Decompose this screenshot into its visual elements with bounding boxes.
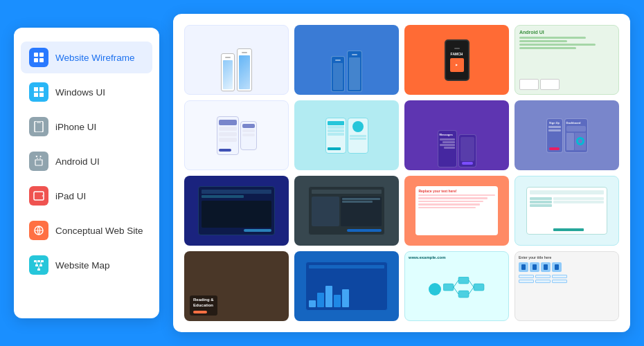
thumbnail-3[interactable]: FAMCH ▶ xyxy=(404,25,509,95)
thumbnail-1[interactable] xyxy=(184,25,289,95)
svg-line-30 xyxy=(469,280,474,287)
svg-rect-2 xyxy=(34,58,38,62)
main-content: FAMCH ▶ Android UI xyxy=(173,14,630,332)
thumbnail-4[interactable]: Android UI xyxy=(515,25,619,95)
svg-rect-16 xyxy=(37,260,40,262)
svg-rect-5 xyxy=(39,87,44,91)
svg-rect-17 xyxy=(41,260,44,262)
sidebar-item-website-map[interactable]: Website Map xyxy=(21,249,152,281)
svg-rect-19 xyxy=(39,264,42,266)
sidebar: Website Wireframe Windows UI iPhone UI A… xyxy=(14,28,159,318)
svg-line-28 xyxy=(454,280,458,287)
sidebar-item-label-website-map: Website Map xyxy=(55,260,110,271)
svg-point-10 xyxy=(37,158,38,159)
sidebar-item-android-ui[interactable]: Android UI xyxy=(21,145,152,177)
svg-rect-4 xyxy=(34,87,38,91)
thumbnail-12[interactable] xyxy=(515,176,619,246)
svg-rect-0 xyxy=(34,53,38,57)
ipad-ui-icon xyxy=(29,186,48,206)
svg-point-11 xyxy=(39,158,41,159)
svg-rect-26 xyxy=(458,291,469,298)
svg-rect-15 xyxy=(34,260,37,262)
svg-rect-27 xyxy=(474,284,484,291)
android-ui-icon xyxy=(29,152,48,171)
thumbnail-9[interactable] xyxy=(184,176,289,246)
sidebar-item-label-windows-ui: Windows UI xyxy=(55,87,105,98)
thumbnail-2[interactable] xyxy=(294,25,399,95)
sidebar-item-conceptual-web[interactable]: Conceptual Web Site xyxy=(21,215,152,246)
thumbnail-8[interactable]: Sign Up Dashboard xyxy=(515,100,619,170)
sidebar-item-label-ipad-ui: iPad UI xyxy=(55,191,86,201)
thumbnail-14[interactable] xyxy=(294,251,399,321)
sidebar-item-ipad-ui[interactable]: iPad UI xyxy=(21,180,152,212)
svg-rect-20 xyxy=(37,268,40,271)
svg-rect-9 xyxy=(37,122,41,123)
website-wireframe-icon xyxy=(29,48,48,67)
sidebar-item-label-conceptual-web: Conceptual Web Site xyxy=(55,226,143,236)
svg-line-31 xyxy=(469,287,474,294)
thumbnail-16[interactable]: Enter your title here xyxy=(515,251,619,321)
svg-point-13 xyxy=(42,195,44,197)
thumbnail-5[interactable] xyxy=(184,100,289,170)
sidebar-item-label-android-ui: Android UI xyxy=(55,156,100,167)
svg-rect-3 xyxy=(39,58,44,62)
svg-rect-7 xyxy=(39,93,44,97)
sidebar-item-iphone-ui[interactable]: iPhone UI xyxy=(21,111,152,143)
svg-rect-1 xyxy=(39,53,44,57)
thumbnail-7[interactable]: Messages xyxy=(404,100,509,170)
windows-ui-icon xyxy=(29,82,48,102)
thumbnail-10[interactable] xyxy=(294,176,399,246)
svg-rect-24 xyxy=(443,284,454,291)
sidebar-item-windows-ui[interactable]: Windows UI xyxy=(21,76,152,108)
svg-rect-25 xyxy=(458,277,469,284)
sidebar-item-website-wireframe[interactable]: Website Wireframe xyxy=(21,42,152,73)
svg-rect-6 xyxy=(34,93,38,97)
thumbnail-grid: FAMCH ▶ Android UI xyxy=(184,25,619,321)
thumbnail-11[interactable]: Replace your text here! xyxy=(404,176,509,246)
sidebar-item-label-iphone-ui: iPhone UI xyxy=(55,122,96,132)
svg-line-29 xyxy=(454,287,458,294)
thumbnail-6[interactable] xyxy=(294,100,399,170)
sidebar-item-label-website-wireframe: Website Wireframe xyxy=(55,53,135,63)
svg-rect-18 xyxy=(35,264,38,266)
conceptual-web-icon xyxy=(29,221,48,240)
iphone-ui-icon xyxy=(29,117,48,136)
thumbnail-15[interactable]: www.example.com xyxy=(404,251,509,321)
thumbnail-13[interactable]: Reading &Education xyxy=(184,251,289,321)
website-map-icon xyxy=(29,255,48,275)
